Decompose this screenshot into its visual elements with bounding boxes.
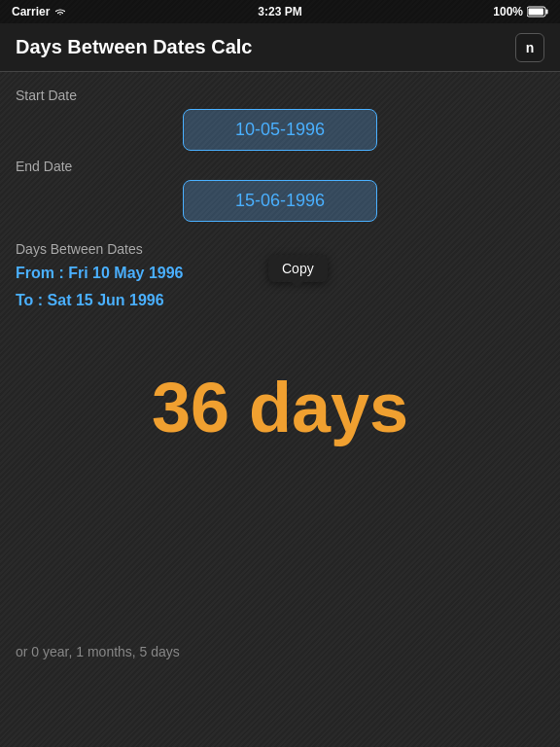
nav-bar: Days Between Dates Calc n: [0, 23, 560, 72]
status-left: Carrier: [12, 5, 67, 18]
battery-icon: [527, 6, 548, 18]
start-date-button[interactable]: 10-05-1996: [183, 109, 377, 151]
wifi-icon: [53, 7, 67, 17]
battery-label: 100%: [493, 5, 523, 18]
to-date-text: To : Sat 15 Jun 1996: [16, 292, 544, 309]
copy-tooltip[interactable]: Copy: [268, 255, 328, 282]
carrier-label: Carrier: [12, 5, 50, 18]
days-between-section: Days Between Dates From : Fri 10 May 199…: [16, 241, 544, 309]
nav-icon-label: n: [526, 40, 535, 55]
status-time: 3:23 PM: [258, 5, 301, 18]
copy-tooltip-label: Copy: [282, 261, 314, 276]
from-to-wrapper: From : Fri 10 May 1996 Copy To : Sat 15 …: [16, 265, 544, 309]
big-days-text: 36 days: [152, 369, 408, 446]
big-days-display: 36 days: [16, 368, 544, 447]
start-date-label: Start Date: [16, 88, 544, 103]
svg-rect-2: [529, 9, 544, 16]
end-date-button[interactable]: 15-06-1996: [183, 180, 377, 222]
end-date-section: End Date 15-06-1996: [16, 159, 544, 222]
nav-icon-button[interactable]: n: [515, 33, 544, 62]
alt-description: or 0 year, 1 months, 5 days: [16, 644, 180, 659]
main-content: Start Date 10-05-1996 End Date 15-06-199…: [0, 72, 560, 521]
status-bar: Carrier 3:23 PM 100%: [0, 0, 560, 23]
end-date-label: End Date: [16, 159, 544, 174]
start-date-section: Start Date 10-05-1996: [16, 88, 544, 151]
svg-rect-1: [546, 10, 548, 15]
status-right: 100%: [493, 5, 548, 18]
nav-title: Days Between Dates Calc: [16, 36, 252, 58]
